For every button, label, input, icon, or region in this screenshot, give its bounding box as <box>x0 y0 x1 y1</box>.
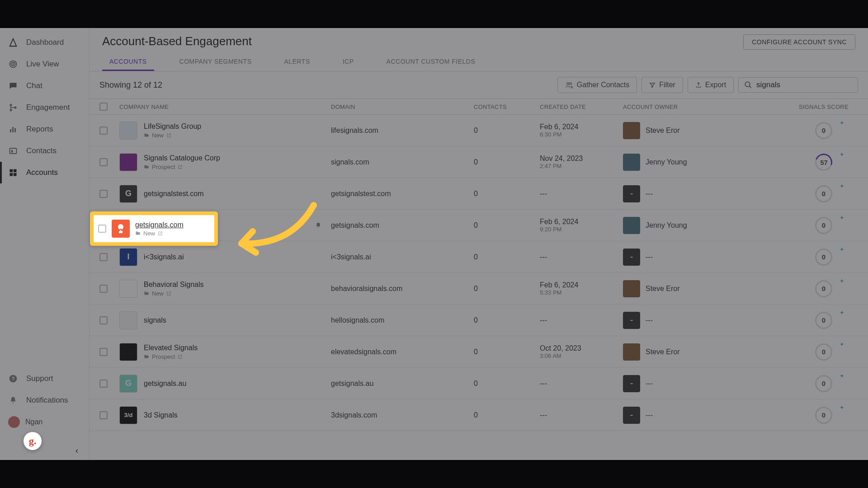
company-tag: New <box>152 290 164 297</box>
score-ring: 0 <box>815 122 832 139</box>
header-created[interactable]: CREATED DATE <box>540 103 623 110</box>
highlight-checkbox[interactable] <box>98 225 106 233</box>
row-checkbox[interactable] <box>99 253 108 261</box>
score-plus-icon[interactable]: + <box>840 277 844 284</box>
table-row[interactable]: Behavioral SignalsNewbehavioralsignals.c… <box>90 273 868 305</box>
company-logo <box>119 343 137 361</box>
sidebar-item-live-view[interactable]: Live View <box>0 53 89 75</box>
search-box[interactable] <box>738 77 858 93</box>
grammarly-widget[interactable]: g. <box>24 432 42 450</box>
collapse-sidebar-button[interactable]: ‹ <box>75 446 78 455</box>
row-checkbox[interactable] <box>99 348 108 356</box>
sidebar-item-engagement[interactable]: Engagement <box>0 97 89 118</box>
score-plus-icon[interactable]: + <box>840 309 844 316</box>
highlight-company-name[interactable]: getsignals.com <box>135 221 184 229</box>
sidebar-item-label: Contacts <box>26 146 57 155</box>
page-title: Account-Based Engagement <box>102 34 252 48</box>
tab-company-segments[interactable]: COMPANY SEGMENTS <box>172 53 259 71</box>
contacts-cell: 0 <box>474 221 540 230</box>
header-domain[interactable]: DOMAIN <box>331 103 474 110</box>
logo-icon <box>8 38 18 47</box>
svg-point-18 <box>570 83 572 85</box>
owner-name: --- <box>646 316 653 324</box>
external-link-icon <box>178 164 183 169</box>
header-contacts[interactable]: CONTACTS <box>474 103 540 110</box>
external-link-icon <box>178 354 183 359</box>
sidebar-item-reports[interactable]: Reports <box>0 118 89 140</box>
folder-icon <box>144 354 149 359</box>
contacts-cell: 0 <box>474 127 540 135</box>
score-plus-icon[interactable]: + <box>840 246 844 253</box>
export-button[interactable]: Export <box>688 77 734 93</box>
sidebar-item-label: Engagement <box>26 103 70 112</box>
gather-contacts-button[interactable]: Gather Contacts <box>557 77 637 93</box>
gather-icon <box>565 81 573 89</box>
company-name[interactable]: LifeSignals Group <box>144 122 201 131</box>
row-checkbox[interactable] <box>99 127 108 135</box>
table-row[interactable]: Ggetsignalstest.comgetsignalstest.com0--… <box>90 178 868 210</box>
select-all-checkbox[interactable] <box>99 103 108 111</box>
sidebar-user[interactable]: Ngan <box>0 411 89 433</box>
tab-icp[interactable]: ICP <box>335 53 361 71</box>
sidebar-item-chat[interactable]: Chat <box>0 75 89 97</box>
domain-cell: i<3signals.ai <box>331 253 474 261</box>
sidebar-item-notifications[interactable]: Notifications <box>0 389 89 411</box>
svg-rect-13 <box>10 173 13 176</box>
table-row[interactable]: Signals Catalogue CorpProspectsignals.co… <box>90 146 868 178</box>
table-row[interactable]: Elevated SignalsProspectelevatedsignals.… <box>90 336 868 368</box>
owner-avatar-empty: - <box>623 407 640 424</box>
score-plus-icon[interactable]: + <box>840 372 844 379</box>
tab-accounts[interactable]: ACCOUNTS <box>102 53 154 71</box>
row-checkbox[interactable] <box>99 316 108 324</box>
table-row[interactable]: Ggetsignals.augetsignals.au0-------0+ <box>90 368 868 399</box>
configure-account-sync-button[interactable]: CONFIGURE ACCOUNT SYNC <box>743 34 855 50</box>
company-name[interactable]: Elevated Signals <box>144 344 198 352</box>
filter-button[interactable]: Filter <box>642 77 683 93</box>
bell-icon[interactable] <box>315 222 322 229</box>
table-row[interactable]: 3/d3d Signals3dsignals.com0-------0+ <box>90 399 868 431</box>
row-checkbox[interactable] <box>99 380 108 388</box>
company-name[interactable]: 3d Signals <box>144 411 178 419</box>
header-score[interactable]: SIGNALS SCORE <box>779 103 868 110</box>
company-name[interactable]: Signals Catalogue Corp <box>144 154 220 162</box>
company-name[interactable]: Behavioral Signals <box>144 281 204 289</box>
highlight-tag: New <box>143 230 155 237</box>
tab-alerts[interactable]: ALERTS <box>277 53 317 71</box>
sidebar-item-support[interactable]: ?Support <box>0 368 89 389</box>
table-row[interactable]: signalshellosignals.com0-------0+ <box>90 305 868 336</box>
sidebar-item-contacts[interactable]: Contacts <box>0 140 89 162</box>
sidebar-item-dashboard[interactable]: Dashboard <box>0 32 89 53</box>
svg-point-4 <box>10 109 11 111</box>
owner-name: Steve Eror <box>646 285 680 293</box>
company-name[interactable]: getsignalstest.com <box>144 190 204 198</box>
sidebar-item-accounts[interactable]: Accounts <box>0 162 89 183</box>
score-plus-icon[interactable]: + <box>840 404 844 411</box>
table-row[interactable]: LifeSignals GroupNewlifesignals.com0Feb … <box>90 115 868 146</box>
tab-account-custom-fields[interactable]: ACCOUNT CUSTOM FIELDS <box>379 53 483 71</box>
owner-name: Jenny Young <box>646 221 687 230</box>
header-owner[interactable]: ACCOUNT OWNER <box>623 103 779 110</box>
score-plus-icon[interactable]: + <box>840 151 844 158</box>
company-name[interactable]: getsignals.au <box>144 380 186 388</box>
score-plus-icon[interactable]: + <box>840 341 844 347</box>
header-company[interactable]: COMPANY NAME <box>119 103 331 110</box>
score-plus-icon[interactable]: + <box>840 119 844 126</box>
domain-cell: getsignals.au <box>331 380 474 388</box>
score-plus-icon[interactable]: + <box>840 214 844 221</box>
row-checkbox[interactable] <box>99 190 108 198</box>
svg-rect-8 <box>14 128 16 132</box>
contacts-cell: 0 <box>474 285 540 293</box>
company-name[interactable]: signals <box>144 316 166 324</box>
row-checkbox[interactable] <box>99 411 108 419</box>
row-checkbox[interactable] <box>99 158 108 166</box>
search-input[interactable] <box>756 80 852 89</box>
sidebar-item-label: Support <box>26 374 53 383</box>
domain-cell: getsignalstest.com <box>331 190 474 198</box>
company-tag: Prospect <box>152 353 175 360</box>
company-name[interactable]: i<3signals.ai <box>144 253 184 261</box>
row-checkbox[interactable] <box>99 285 108 293</box>
score-plus-icon[interactable]: + <box>840 183 844 189</box>
table-row[interactable]: Ii<3signals.aii<3signals.ai0-------0+ <box>90 241 868 273</box>
owner-name: --- <box>646 411 653 419</box>
folder-icon <box>144 132 149 138</box>
